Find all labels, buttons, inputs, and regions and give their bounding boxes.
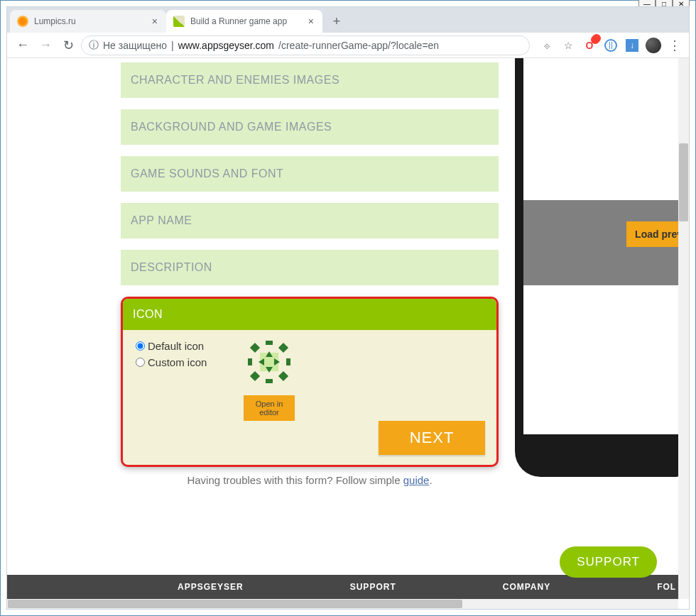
address-bar: ← → ↻ ⓘ Не защищено | www.appsgeyser.com… <box>7 33 689 58</box>
lumpics-favicon-icon <box>17 16 28 27</box>
phone-screen: Load prev <box>523 58 678 434</box>
svg-rect-11 <box>248 358 252 365</box>
svg-rect-8 <box>278 371 288 381</box>
icon-panel: ICON Default icon Custom icon <box>121 297 499 467</box>
app-window: — □ ✕ Lumpics.ru × Build a Runner game a… <box>0 0 696 616</box>
radio-label: Custom icon <box>148 356 207 368</box>
default-icon-image <box>244 337 294 387</box>
back-button[interactable]: ← <box>13 35 33 55</box>
section-appname[interactable]: APP NAME <box>121 203 499 238</box>
tab-appsgeyser[interactable]: Build a Runner game app × <box>166 10 322 33</box>
footer-col-follow[interactable]: FOL <box>657 582 676 592</box>
info-icon: ⓘ <box>89 39 99 52</box>
vscroll-thumb[interactable] <box>679 143 688 221</box>
section-description[interactable]: DESCRIPTION <box>121 250 499 285</box>
svg-rect-6 <box>278 343 288 353</box>
new-tab-button[interactable]: + <box>327 11 347 31</box>
appsgeyser-favicon-icon <box>173 16 185 27</box>
footer-col-appsgeyser[interactable]: APPSGEYSER <box>178 582 244 592</box>
svg-rect-12 <box>286 358 290 365</box>
radio-custom-input[interactable] <box>136 358 145 367</box>
menu-dots-icon[interactable]: ⋮ <box>666 37 683 54</box>
hscroll-thumb[interactable] <box>8 600 462 608</box>
globe-icon[interactable] <box>602 37 619 54</box>
url-input[interactable]: ⓘ Не защищено | www.appsgeyser.com/creat… <box>81 35 530 55</box>
troubles-text: Having troubles with this form? Follow s… <box>121 474 499 486</box>
reload-button[interactable]: ↻ <box>58 35 78 55</box>
page-content: CHARACTER AND ENEMIES IMAGES BACKGROUND … <box>7 58 678 599</box>
addr-right: ⟐ ☆ O 7 ↓ ⋮ <box>538 37 683 54</box>
footer-col-support[interactable]: SUPPORT <box>350 582 396 592</box>
svg-rect-7 <box>250 371 260 381</box>
next-button[interactable]: NEXT <box>379 421 485 455</box>
section-characters[interactable]: CHARACTER AND ENEMIES IMAGES <box>121 62 499 98</box>
radio-default-input[interactable] <box>136 341 145 351</box>
form-sections: CHARACTER AND ENEMIES IMAGES BACKGROUND … <box>121 62 499 486</box>
url-domain: www.appsgeyser.com <box>178 40 274 51</box>
tab-label: Lumpics.ru <box>34 16 76 26</box>
extension-opera-icon[interactable]: O 7 <box>581 37 598 54</box>
footer-col-company[interactable]: COMPANY <box>503 582 550 592</box>
section-sounds[interactable]: GAME SOUNDS AND FONT <box>121 156 499 192</box>
close-tab-icon[interactable]: × <box>149 14 161 28</box>
window-inner: Lumpics.ru × Build a Runner game app × +… <box>6 6 690 610</box>
svg-rect-10 <box>266 379 273 383</box>
radio-label: Default icon <box>148 340 204 352</box>
icon-panel-body: Default icon Custom icon <box>123 330 496 465</box>
svg-rect-9 <box>266 341 273 345</box>
troubles-prefix: Having troubles with this form? Follow s… <box>187 474 403 486</box>
troubles-dot: . <box>429 474 432 486</box>
viewport: CHARACTER AND ENEMIES IMAGES BACKGROUND … <box>7 58 689 609</box>
open-in-editor-button[interactable]: Open in editor <box>244 395 295 421</box>
load-preview-button[interactable]: Load prev <box>626 221 678 247</box>
close-tab-icon[interactable]: × <box>305 14 317 28</box>
profile-avatar[interactable] <box>645 37 662 54</box>
downloads-icon[interactable]: ↓ <box>624 37 641 54</box>
generated-icon <box>244 337 294 387</box>
tab-lumpics[interactable]: Lumpics.ru × <box>10 10 166 33</box>
opera-letter: O <box>586 40 594 51</box>
badge-count: 7 <box>592 34 601 43</box>
icon-panel-title: ICON <box>123 299 496 330</box>
tab-label: Build a Runner game app <box>190 16 287 26</box>
radio-custom-icon[interactable]: Custom icon <box>136 356 484 368</box>
svg-rect-5 <box>250 343 260 353</box>
footer: APPSGEYSER SUPPORT COMPANY FOL <box>7 575 678 599</box>
sep: | <box>171 40 174 51</box>
phone-preview: Load prev <box>515 58 678 477</box>
section-background[interactable]: BACKGROUND AND GAME IMAGES <box>121 109 499 145</box>
vertical-scrollbar[interactable] <box>678 58 689 599</box>
horizontal-scrollbar[interactable] <box>7 599 678 609</box>
support-button[interactable]: SUPPORT <box>560 546 657 578</box>
url-path: /create-runnerGame-app/?locale=en <box>278 40 439 51</box>
icon-preview: Open in editor <box>244 337 295 421</box>
radio-default-icon[interactable]: Default icon <box>136 340 484 352</box>
tab-strip: Lumpics.ru × Build a Runner game app × + <box>7 7 689 33</box>
bookmark-star-icon[interactable]: ☆ <box>560 37 577 54</box>
forward-button[interactable]: → <box>36 35 55 55</box>
translate-icon[interactable]: ⟐ <box>538 37 555 54</box>
guide-link[interactable]: guide <box>403 474 430 486</box>
not-secure-label: Не защищено <box>103 40 167 51</box>
